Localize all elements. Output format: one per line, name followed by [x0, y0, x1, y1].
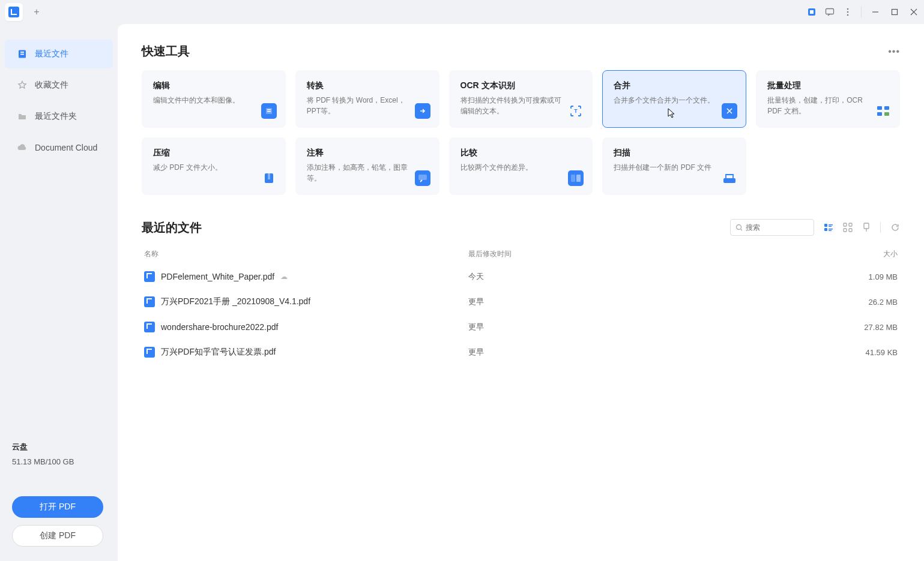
table-row[interactable]: PDFelement_White_Paper.pdf☁今天1.09 MB	[142, 264, 900, 289]
tool-title: OCR 文本识别	[460, 80, 582, 91]
svg-rect-31	[829, 226, 832, 227]
recent-header: 最近的文件	[142, 219, 900, 236]
star-icon	[17, 80, 28, 91]
file-name-text: wondershare-brochure2022.pdf	[161, 322, 278, 332]
app-small-icon[interactable]	[807, 7, 817, 17]
tool-card-merge[interactable]: 合并 合并多个文件合并为一个文件。	[602, 70, 746, 128]
cloud-storage-label: 云盘	[12, 442, 106, 452]
sidebar-item-document-cloud[interactable]: Document Cloud	[5, 133, 113, 162]
tool-desc: 减少 PDF 文件大小。	[153, 162, 274, 173]
convert-icon	[415, 103, 430, 119]
tools-header: 快速工具 •••	[142, 43, 900, 59]
titlebar: +	[0, 0, 924, 24]
file-size-cell: 1.09 MB	[826, 272, 898, 281]
tool-card-convert[interactable]: 转换 将 PDF 转换为 Word，Excel，PPT等。	[295, 70, 439, 128]
search-input[interactable]	[746, 223, 809, 232]
svg-rect-24	[571, 175, 575, 182]
pdf-file-icon	[144, 271, 155, 282]
separator	[880, 222, 881, 233]
pdf-file-icon	[144, 322, 155, 332]
svg-point-27	[737, 224, 741, 229]
edit-icon	[261, 103, 277, 119]
svg-rect-35	[844, 223, 847, 226]
feedback-icon[interactable]	[825, 7, 835, 17]
svg-rect-38	[849, 229, 852, 232]
file-date-cell: 更早	[468, 296, 826, 307]
create-pdf-button[interactable]: 创建 PDF	[12, 525, 103, 547]
tool-desc: 将扫描的文件转换为可搜索或可编辑的文本。	[460, 95, 582, 116]
titlebar-right	[807, 7, 919, 17]
view-grid-icon[interactable]	[843, 223, 853, 232]
svg-rect-26	[723, 178, 735, 183]
svg-line-28	[741, 229, 742, 231]
sidebar-item-recent-files[interactable]: 最近文件	[5, 40, 113, 68]
file-name-cell: 万兴PDF2021手册 _20210908_V4.1.pdf	[144, 296, 468, 307]
cloud-icon	[17, 142, 28, 153]
tools-title: 快速工具	[142, 43, 190, 59]
table-row[interactable]: 万兴PDF知乎官号认证发票.pdf更早41.59 KB	[142, 340, 900, 365]
tool-card-batch[interactable]: 批量处理 批量转换，创建，打印，OCR PDF 文档。	[756, 70, 900, 128]
refresh-icon[interactable]	[890, 223, 900, 232]
svg-rect-39	[864, 223, 869, 229]
sidebar-item-recent-folders[interactable]: 最近文件夹	[5, 102, 113, 131]
svg-rect-1	[810, 10, 814, 14]
merge-icon	[722, 103, 737, 119]
more-dots-icon[interactable]: •••	[888, 46, 900, 57]
compress-icon	[261, 170, 277, 186]
svg-rect-37	[844, 229, 847, 232]
svg-rect-18	[884, 106, 889, 110]
pdf-file-icon	[144, 347, 155, 358]
open-pdf-button[interactable]: 打开 PDF	[12, 496, 103, 518]
svg-rect-20	[884, 112, 889, 116]
svg-rect-7	[892, 10, 898, 15]
file-size-cell: 27.82 MB	[826, 323, 898, 332]
tool-card-scan[interactable]: 扫描 扫描并创建一个新的 PDF 文件	[602, 137, 746, 195]
tool-title: 比较	[460, 148, 582, 158]
svg-rect-17	[877, 106, 882, 110]
close-button[interactable]	[908, 7, 919, 17]
tool-card-edit[interactable]: 编辑 编辑文件中的文本和图像。	[142, 70, 286, 128]
view-list-icon[interactable]	[824, 223, 833, 232]
tool-card-annotate[interactable]: 注释 添加注释，如高亮，铅笔，图章等。	[295, 137, 439, 195]
tool-card-compare[interactable]: 比较 比较两个文件的差异。	[449, 137, 593, 195]
pin-icon[interactable]	[862, 223, 871, 232]
ocr-icon: T	[568, 103, 584, 119]
file-name-cell: 万兴PDF知乎官号认证发票.pdf	[144, 347, 468, 358]
tool-desc: 批量转换，创建，打印，OCR PDF 文档。	[767, 95, 889, 116]
svg-rect-19	[877, 112, 882, 116]
svg-rect-30	[829, 224, 833, 226]
svg-rect-36	[849, 223, 852, 226]
file-name-text: 万兴PDF2021手册 _20210908_V4.1.pdf	[161, 296, 310, 307]
maximize-button[interactable]	[889, 7, 900, 17]
svg-point-3	[847, 8, 849, 10]
svg-text:T: T	[575, 108, 578, 114]
tool-title: 转换	[307, 80, 428, 91]
svg-rect-32	[824, 228, 827, 231]
file-list: PDFelement_White_Paper.pdf☁今天1.09 MB万兴PD…	[142, 264, 900, 365]
svg-rect-25	[576, 175, 581, 182]
column-name: 名称	[144, 249, 468, 259]
recent-files-icon	[17, 49, 28, 59]
table-row[interactable]: 万兴PDF2021手册 _20210908_V4.1.pdf更早26.2 MB	[142, 289, 900, 314]
file-date-cell: 今天	[468, 271, 826, 282]
tool-card-ocr[interactable]: OCR 文本识别 将扫描的文件转换为可搜索或可编辑的文本。 T	[449, 70, 593, 128]
main-content: 快速工具 ••• 编辑 编辑文件中的文本和图像。 转换 将 PDF 转换为 Wo…	[118, 24, 924, 561]
tool-grid: 编辑 编辑文件中的文本和图像。 转换 将 PDF 转换为 Word，Excel，…	[142, 70, 900, 195]
table-row[interactable]: wondershare-brochure2022.pdf更早27.82 MB	[142, 314, 900, 340]
titlebar-left: +	[5, 3, 46, 21]
app-tab[interactable]	[5, 3, 23, 21]
search-icon	[735, 224, 742, 232]
menu-dots-icon[interactable]	[843, 7, 853, 17]
search-box[interactable]	[730, 219, 814, 236]
new-tab-button[interactable]: +	[28, 3, 46, 21]
file-name-cell: PDFelement_White_Paper.pdf☁	[144, 271, 468, 282]
column-size: 大小	[826, 249, 898, 259]
batch-icon	[875, 103, 891, 119]
svg-rect-12	[20, 54, 24, 55]
app-logo-icon	[8, 7, 19, 17]
tool-desc: 合并多个文件合并为一个文件。	[614, 95, 735, 106]
minimize-button[interactable]	[870, 7, 881, 17]
tool-card-compress[interactable]: 压缩 减少 PDF 文件大小。	[142, 137, 286, 195]
sidebar-item-favorites[interactable]: 收藏文件	[5, 71, 113, 100]
recent-toolbar	[730, 219, 900, 236]
